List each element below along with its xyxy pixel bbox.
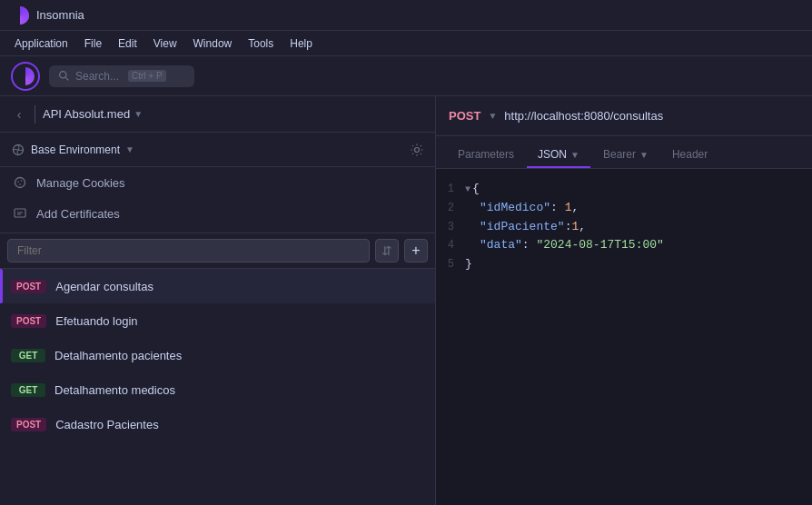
- request-item-1[interactable]: POST Efetuando login: [0, 303, 435, 338]
- request-item-2[interactable]: GET Detalhamento pacientes: [0, 338, 435, 372]
- request-tabs: Parameters JSON ▼ Bearer ▼ Header: [436, 136, 812, 169]
- app-logo[interactable]: [11, 62, 40, 91]
- menubar: Application File Edit View Window Tools …: [0, 31, 812, 56]
- manage-cookies-item[interactable]: Manage Cookies: [0, 167, 435, 198]
- env-dropdown-icon: ▼: [125, 144, 134, 154]
- env-bar: Base Environment ▼: [0, 133, 435, 167]
- tab-bearer[interactable]: Bearer ▼: [592, 143, 659, 168]
- json-line-3: 3 "idPaciente":1,: [436, 218, 812, 237]
- workspace-name[interactable]: API Absolut.med ▼: [43, 107, 424, 121]
- method-badge-0: POST: [11, 280, 46, 293]
- titlebar: Insomnia: [0, 0, 812, 31]
- svg-point-3: [415, 147, 420, 152]
- json-line-5: 5 }: [436, 255, 812, 274]
- url-bar: POST ▼ http://localhost:8080/consultas: [436, 96, 812, 136]
- sidebar: ‹ API Absolut.med ▼ Base Environment ▼: [0, 96, 436, 505]
- main-layout: ‹ API Absolut.med ▼ Base Environment ▼: [0, 96, 812, 505]
- request-url[interactable]: http://localhost:8080/consultas: [504, 109, 663, 123]
- search-text: Search...: [75, 70, 119, 83]
- sort-button[interactable]: ⇵: [375, 239, 399, 262]
- add-certificates-item[interactable]: Add Certificates: [0, 198, 435, 229]
- menu-view[interactable]: View: [146, 35, 184, 53]
- header-divider: [35, 105, 35, 124]
- request-name-3: Detalhamento medicos: [54, 383, 175, 397]
- menu-file[interactable]: File: [77, 35, 109, 53]
- svg-point-4: [15, 178, 25, 188]
- tab-parameters[interactable]: Parameters: [447, 143, 525, 168]
- menu-tools[interactable]: Tools: [241, 35, 281, 53]
- certificate-icon: [13, 206, 27, 221]
- svg-point-7: [19, 183, 21, 185]
- app-title: Insomnia: [36, 8, 84, 22]
- request-item-0[interactable]: POST Agendar consultas: [0, 269, 435, 303]
- filter-bar: ⇵ +: [0, 233, 435, 269]
- svg-point-6: [21, 180, 23, 182]
- cookie-icon: [13, 175, 27, 190]
- menu-application[interactable]: Application: [7, 35, 75, 53]
- collapse-arrow-1[interactable]: ▼: [465, 183, 470, 197]
- request-name-4: Cadastro Pacientes: [55, 418, 158, 431]
- right-panel: POST ▼ http://localhost:8080/consultas P…: [436, 96, 812, 505]
- request-method[interactable]: POST: [449, 109, 480, 123]
- svg-point-0: [60, 72, 66, 78]
- search-bar[interactable]: Search... Ctrl + P: [49, 65, 194, 87]
- json-editor[interactable]: 1 ▼ { 2 "idMedico": 1, 3 "idPaciente":1,…: [436, 169, 812, 505]
- env-icon: [11, 143, 25, 157]
- json-line-1: 1 ▼ {: [436, 180, 812, 199]
- request-list: POST Agendar consultas POST Efetuando lo…: [0, 269, 435, 505]
- request-name-0: Agendar consultas: [55, 280, 153, 293]
- json-line-2: 2 "idMedico": 1,: [436, 199, 812, 218]
- method-badge-3: GET: [11, 383, 45, 397]
- menu-window[interactable]: Window: [186, 35, 240, 53]
- method-dropdown-icon[interactable]: ▼: [488, 111, 497, 121]
- request-name-2: Detalhamento pacientes: [54, 349, 182, 362]
- request-name-1: Efetuando login: [55, 314, 137, 328]
- svg-line-1: [65, 77, 68, 80]
- request-item-4[interactable]: POST Cadastro Pacientes: [0, 407, 435, 441]
- toolbar: Search... Ctrl + P: [0, 56, 812, 96]
- settings-button[interactable]: [410, 143, 424, 157]
- json-tab-dropdown-icon: ▼: [570, 150, 579, 160]
- tab-json[interactable]: JSON ▼: [527, 143, 590, 168]
- svg-point-5: [17, 181, 19, 183]
- filter-input[interactable]: [7, 239, 370, 262]
- env-selector[interactable]: Base Environment ▼: [11, 143, 134, 157]
- app-icon: [11, 6, 29, 25]
- request-item-3[interactable]: GET Detalhamento medicos: [0, 372, 435, 407]
- search-icon: [58, 70, 70, 82]
- method-badge-2: GET: [11, 349, 45, 362]
- tab-header[interactable]: Header: [661, 143, 718, 168]
- json-line-4: 4 "data": "2024-08-17T15:00": [436, 236, 812, 255]
- menu-edit[interactable]: Edit: [111, 35, 144, 53]
- menu-help[interactable]: Help: [282, 35, 320, 53]
- method-badge-1: POST: [11, 314, 46, 328]
- workspace-dropdown-icon: ▼: [134, 109, 143, 119]
- sidebar-header: ‹ API Absolut.med ▼: [0, 96, 435, 133]
- add-request-button[interactable]: +: [404, 239, 428, 262]
- method-badge-4: POST: [11, 418, 46, 431]
- bearer-tab-dropdown-icon: ▼: [639, 150, 649, 160]
- search-shortcut: Ctrl + P: [128, 70, 166, 82]
- collapse-sidebar-button[interactable]: ‹: [11, 106, 27, 123]
